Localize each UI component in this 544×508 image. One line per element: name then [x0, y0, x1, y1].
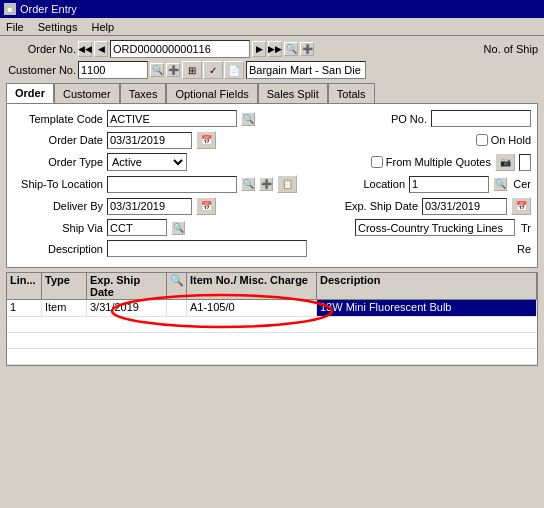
order-no-label: Order No. — [6, 43, 76, 55]
nav-next[interactable]: ▶ — [252, 41, 266, 57]
exp-ship-date-input[interactable] — [422, 198, 507, 215]
po-no-input[interactable] — [431, 110, 531, 127]
item-no-text: A1-105/0 — [190, 301, 235, 313]
order-date-row: Order Date 📅 On Hold — [13, 131, 531, 149]
address-icon[interactable]: 📋 — [277, 175, 297, 193]
menu-bar: File Settings Help — [0, 18, 544, 36]
col-item-no: Item No./ Misc. Charge — [187, 273, 317, 299]
tab-totals[interactable]: Totals — [328, 83, 375, 103]
table-row-empty-1 — [7, 317, 537, 333]
no-of-ship-label: No. of Ship — [484, 43, 538, 55]
ship-via-desc-input[interactable] — [355, 219, 515, 236]
re-label: Re — [517, 243, 531, 255]
po-no-label: PO No. — [377, 113, 427, 125]
search-ship-via-icon[interactable]: 🔍 — [171, 221, 185, 235]
search-ship-to-icon[interactable]: 🔍 — [241, 177, 255, 191]
description-label: Description — [13, 243, 103, 255]
table-row-empty-2 — [7, 333, 537, 349]
customer-no-label: Customer No. — [6, 64, 76, 76]
location-input[interactable] — [409, 176, 489, 193]
calendar-order-icon[interactable]: 📅 — [196, 131, 216, 149]
from-multiple-quotes-row: From Multiple Quotes — [371, 156, 491, 168]
from-quotes-input[interactable] — [519, 154, 531, 171]
tab-customer[interactable]: Customer — [54, 83, 120, 103]
ship-via-label: Ship Via — [13, 222, 103, 234]
col-exp-ship: Exp. Ship Date — [87, 273, 167, 299]
location-label: Location — [355, 178, 405, 190]
grid-icon[interactable]: ⊞ — [182, 61, 202, 79]
tab-sales-split[interactable]: Sales Split — [258, 83, 328, 103]
title-bar-title: Order Entry — [20, 3, 77, 15]
order-type-row: Order Type Active Future Standing From M… — [13, 153, 531, 171]
calendar-exp-icon[interactable]: 📅 — [511, 197, 531, 215]
menu-settings[interactable]: Settings — [36, 21, 80, 33]
description-row: Description Re — [13, 240, 531, 257]
order-date-input[interactable] — [107, 132, 192, 149]
deliver-by-input[interactable] — [107, 198, 192, 215]
description-input[interactable] — [107, 240, 307, 257]
on-hold-checkbox[interactable] — [476, 134, 488, 146]
ship-to-input[interactable] — [107, 176, 237, 193]
customer-name: Bargain Mart - San Die — [246, 61, 366, 79]
tab-order[interactable]: Order — [6, 83, 54, 103]
menu-help[interactable]: Help — [89, 21, 116, 33]
table-row[interactable]: 1 Item 3/31/2019 A1-105/0 13W Mini Fluor… — [7, 300, 537, 317]
customer-no-row: Customer No. 🔍 ➕ ⊞ ✓ 📄 Bargain Mart - Sa… — [6, 61, 538, 79]
title-bar-icon: ■ — [4, 3, 16, 15]
calendar-deliver-icon[interactable]: 📅 — [196, 197, 216, 215]
ship-via-row: Ship Via 🔍 Tr — [13, 219, 531, 236]
col-search[interactable]: 🔍 — [167, 273, 187, 299]
cell-item-no: A1-105/0 — [187, 300, 317, 316]
from-multiple-quotes-checkbox[interactable] — [371, 156, 383, 168]
customer-no-input[interactable] — [78, 61, 148, 79]
table-row-empty-3 — [7, 349, 537, 365]
order-no-input[interactable] — [110, 40, 250, 58]
nav-last[interactable]: ▶▶ — [268, 41, 282, 57]
grid-header: Lin... Type Exp. Ship Date 🔍 Item No./ M… — [7, 273, 537, 300]
order-no-row: Order No. ◀◀ ◀ ▶ ▶▶ 🔍 ➕ No. of Ship — [6, 40, 538, 58]
ship-to-row: Ship-To Location 🔍 ➕ 📋 Location 🔍 Cer — [13, 175, 531, 193]
tab-taxes[interactable]: Taxes — [120, 83, 167, 103]
deliver-by-row: Deliver By 📅 Exp. Ship Date 📅 — [13, 197, 531, 215]
check-icon[interactable]: ✓ — [203, 61, 223, 79]
customer-toolbar: ⊞ ✓ 📄 — [182, 61, 244, 79]
tabs-container: Order Customer Taxes Optional Fields Sal… — [6, 83, 538, 103]
ship-to-label: Ship-To Location — [13, 178, 103, 190]
camera-icon[interactable]: 📷 — [495, 153, 515, 171]
tab-content-order: Template Code 🔍 PO No. Order Date 📅 On H… — [6, 103, 538, 268]
search-order-icon[interactable]: 🔍 — [284, 42, 298, 56]
on-hold-label: On Hold — [491, 134, 531, 146]
cell-line: 1 — [7, 300, 42, 316]
template-code-label: Template Code — [13, 113, 103, 125]
doc-icon[interactable]: 📄 — [224, 61, 244, 79]
cell-search — [167, 300, 187, 316]
from-multiple-quotes-label: From Multiple Quotes — [386, 156, 491, 168]
nav-prev[interactable]: ◀ — [94, 41, 108, 57]
ship-via-input[interactable] — [107, 219, 167, 236]
search-template-icon[interactable]: 🔍 — [241, 112, 255, 126]
col-type: Type — [42, 273, 87, 299]
tr-label: Tr — [521, 222, 531, 234]
template-code-input[interactable] — [107, 110, 237, 127]
col-description: Description — [317, 273, 537, 299]
col-line: Lin... — [7, 273, 42, 299]
menu-file[interactable]: File — [4, 21, 26, 33]
tab-optional-fields[interactable]: Optional Fields — [166, 83, 257, 103]
add-customer-icon[interactable]: ➕ — [166, 63, 180, 77]
center-label: Cer — [511, 178, 531, 190]
cell-type: Item — [42, 300, 87, 316]
search-customer-icon[interactable]: 🔍 — [150, 63, 164, 77]
template-code-row: Template Code 🔍 PO No. — [13, 110, 531, 127]
add-order-icon[interactable]: ➕ — [300, 42, 314, 56]
order-lines-grid: Lin... Type Exp. Ship Date 🔍 Item No./ M… — [6, 272, 538, 366]
order-type-label: Order Type — [13, 156, 103, 168]
nav-first[interactable]: ◀◀ — [78, 41, 92, 57]
on-hold-row: On Hold — [476, 134, 531, 146]
deliver-by-label: Deliver By — [13, 200, 103, 212]
exp-ship-date-label: Exp. Ship Date — [338, 200, 418, 212]
cell-description: 13W Mini Fluorescent Bulb — [317, 300, 537, 316]
search-location-icon[interactable]: 🔍 — [493, 177, 507, 191]
order-type-select[interactable]: Active Future Standing — [107, 153, 187, 171]
order-date-label: Order Date — [13, 134, 103, 146]
add-ship-to-icon[interactable]: ➕ — [259, 177, 273, 191]
